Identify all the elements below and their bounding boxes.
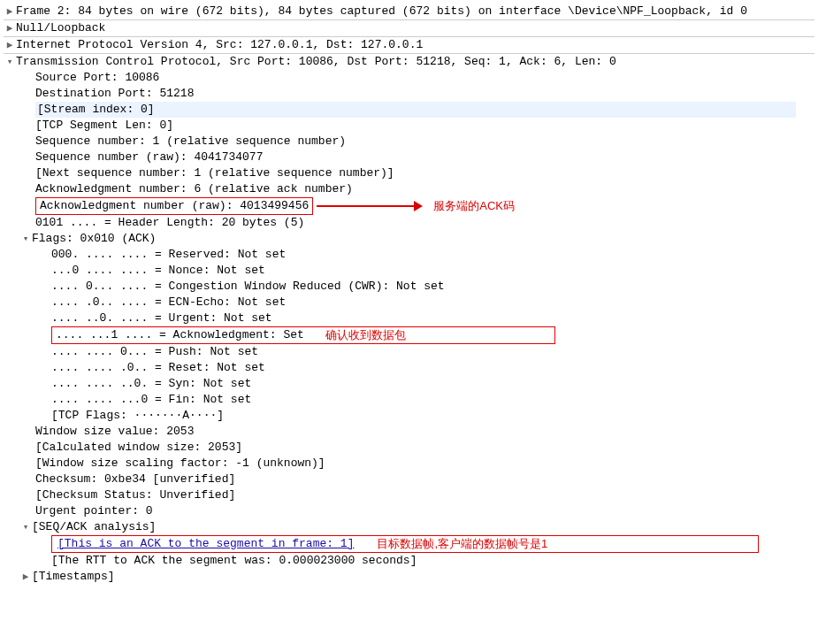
tcp-header-label: Transmission Control Protocol, Src Port:… bbox=[16, 54, 616, 70]
tcp-flags-node[interactable]: ▾ Flags: 0x010 (ACK) bbox=[4, 231, 814, 247]
tcp-calc-win[interactable]: [Calculated window size: 2053] bbox=[4, 440, 814, 456]
tcp-win-size[interactable]: Window size value: 2053 bbox=[4, 424, 814, 440]
chevron-right-icon[interactable]: ▶ bbox=[19, 569, 32, 585]
flag-reset[interactable]: .... .... .0.. = Reset: Not set bbox=[4, 360, 814, 376]
tree-tcp[interactable]: ▾ Transmission Control Protocol, Src Por… bbox=[4, 54, 814, 70]
tcp-timestamps[interactable]: ▶ [Timestamps] bbox=[4, 569, 814, 585]
chevron-right-icon[interactable]: ▶ bbox=[4, 4, 16, 19]
flag-urg[interactable]: .... ..0. .... = Urgent: Not set bbox=[4, 310, 814, 326]
flag-cwr[interactable]: .... 0... .... = Congestion Window Reduc… bbox=[4, 279, 814, 295]
flag-nonce[interactable]: ...0 .... .... = Nonce: Not set bbox=[4, 263, 814, 279]
ipv4-label: Internet Protocol Version 4, Src: 127.0.… bbox=[16, 37, 423, 53]
highlight-ack-raw: Acknowledgment number (raw): 4013499456 bbox=[35, 197, 313, 215]
tcp-checksum[interactable]: Checksum: 0xbe34 [unverified] bbox=[4, 472, 814, 487]
tcp-dst-port[interactable]: Destination Port: 51218 bbox=[4, 86, 814, 102]
tcp-ack-raw[interactable]: Acknowledgment number (raw): 4013499456 … bbox=[4, 197, 814, 215]
chevron-right-icon[interactable]: ▶ bbox=[4, 37, 16, 53]
tcp-seq-rel[interactable]: Sequence number: 1 (relative sequence nu… bbox=[4, 134, 814, 150]
flag-reserved[interactable]: 000. .... .... = Reserved: Not set bbox=[4, 247, 814, 263]
annotation-ack-flag: 确认收到数据包 bbox=[325, 327, 406, 343]
tcp-seg-len[interactable]: [TCP Segment Len: 0] bbox=[4, 118, 814, 134]
flag-tcp-flags[interactable]: [TCP Flags: ·······A····] bbox=[4, 408, 814, 424]
tcp-hdr-len[interactable]: 0101 .... = Header Length: 20 bytes (5) bbox=[4, 215, 814, 231]
flag-ack[interactable]: .... ...1 .... = Acknowledgment: Set 确认收… bbox=[4, 326, 814, 344]
flag-fin[interactable]: .... .... ...0 = Fin: Not set bbox=[4, 392, 814, 408]
flag-syn[interactable]: .... .... ..0. = Syn: Not set bbox=[4, 376, 814, 392]
tree-null-loopback[interactable]: ▶ Null/Loopback bbox=[4, 20, 814, 36]
tcp-checksum-status[interactable]: [Checksum Status: Unverified] bbox=[4, 487, 814, 503]
tcp-next-seq[interactable]: [Next sequence number: 1 (relative seque… bbox=[4, 165, 814, 181]
highlight-ack-to-frame: [This is an ACK to the segment in frame:… bbox=[51, 535, 759, 553]
tcp-ack-to-frame[interactable]: [This is an ACK to the segment in frame:… bbox=[4, 535, 814, 553]
chevron-right-icon[interactable]: ▶ bbox=[4, 20, 16, 36]
tcp-scale[interactable]: [Window size scaling factor: -1 (unknown… bbox=[4, 456, 814, 472]
chevron-down-icon[interactable]: ▾ bbox=[19, 519, 32, 535]
tree-frame[interactable]: ▶ Frame 2: 84 bytes on wire (672 bits), … bbox=[4, 4, 814, 19]
tcp-rtt[interactable]: [The RTT to ACK the segment was: 0.00002… bbox=[4, 553, 814, 569]
tcp-seqack-node[interactable]: ▾ [SEQ/ACK analysis] bbox=[4, 519, 814, 535]
highlight-ack-flag: .... ...1 .... = Acknowledgment: Set 确认收… bbox=[51, 326, 555, 344]
flag-ecn[interactable]: .... .0.. .... = ECN-Echo: Not set bbox=[4, 295, 814, 310]
tcp-seq-raw[interactable]: Sequence number (raw): 4041734077 bbox=[4, 150, 814, 165]
null-loopback-label: Null/Loopback bbox=[16, 20, 105, 36]
tcp-stream-index[interactable]: [Stream index: 0] bbox=[4, 102, 814, 118]
flag-push[interactable]: .... .... 0... = Push: Not set bbox=[4, 344, 814, 360]
tcp-ack-rel[interactable]: Acknowledgment number: 6 (relative ack n… bbox=[4, 181, 814, 197]
tree-ipv4[interactable]: ▶ Internet Protocol Version 4, Src: 127.… bbox=[4, 37, 814, 53]
annotation-ack-to-frame: 目标数据帧,客户端的数据帧号是1 bbox=[377, 536, 547, 552]
frame-label: Frame 2: 84 bytes on wire (672 bits), 84… bbox=[16, 4, 747, 19]
annotation-ack-raw: 服务端的ACK码 bbox=[433, 198, 515, 214]
tcp-urgent[interactable]: Urgent pointer: 0 bbox=[4, 503, 814, 519]
chevron-down-icon[interactable]: ▾ bbox=[19, 231, 32, 247]
link-ack-to-frame[interactable]: [This is an ACK to the segment in frame:… bbox=[56, 536, 355, 552]
tcp-src-port[interactable]: Source Port: 10086 bbox=[4, 70, 814, 86]
arrow-icon bbox=[317, 202, 423, 211]
chevron-down-icon[interactable]: ▾ bbox=[4, 54, 16, 70]
